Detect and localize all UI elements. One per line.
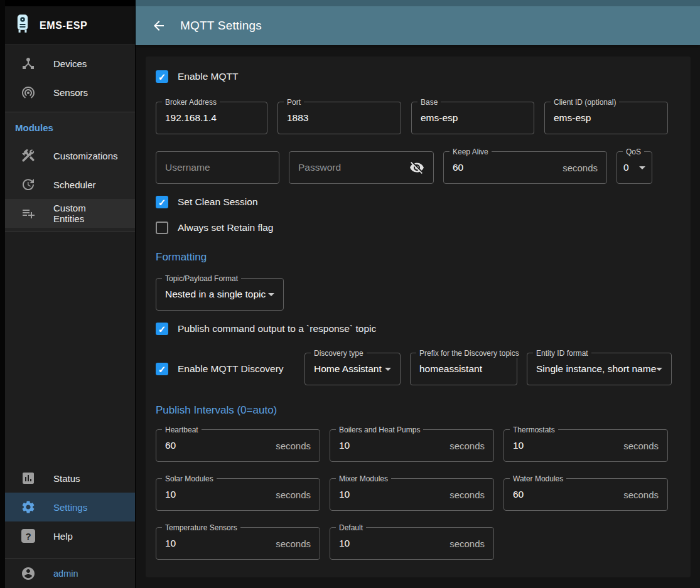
sidebar-item-status[interactable]: Status <box>5 464 135 493</box>
field-unit: seconds <box>618 489 659 500</box>
enable-mqtt-checkbox[interactable]: ✓ Enable MQTT <box>156 70 681 83</box>
field-value: 60 <box>165 440 176 451</box>
field-label: Default <box>336 523 366 532</box>
checkbox-label: Publish command output to a `response` t… <box>178 323 376 334</box>
mqtt-settings-panel: ✓ Enable MQTT Broker Address 192.168.1.4… <box>146 56 691 577</box>
enable-discovery-checkbox[interactable]: ✓ Enable MQTT Discovery <box>156 363 295 375</box>
page-title: MQTT Settings <box>180 19 262 33</box>
discovery-prefix-field[interactable]: Prefix for the Discovery topics homeassi… <box>410 353 517 385</box>
sidebar-item-scheduler[interactable]: Scheduler <box>5 170 135 199</box>
content-area: ✓ Enable MQTT Broker Address 192.168.1.4… <box>136 45 700 588</box>
client-id-field[interactable]: Client ID (optional) ems-esp <box>544 102 668 134</box>
field-unit: seconds <box>557 163 598 173</box>
username-field[interactable] <box>156 151 279 184</box>
sidebar: EMS-ESP Devices Sensors Modules <box>5 0 136 588</box>
boilers-interval-field[interactable]: Boilers and Heat Pumps 10 seconds <box>330 429 494 462</box>
sidebar-item-label: Sensors <box>53 87 88 98</box>
chevron-down-icon <box>385 368 391 371</box>
heartbeat-interval-field[interactable]: Heartbeat 60 seconds <box>156 429 320 462</box>
checkbox-label: Set Clean Session <box>178 196 258 208</box>
field-label: Port <box>284 98 304 107</box>
app-title: EMS-ESP <box>40 20 87 31</box>
field-value: 10 <box>339 538 350 549</box>
broker-address-field[interactable]: Broker Address 192.168.1.4 <box>156 102 267 134</box>
port-field[interactable]: Port 1883 <box>277 102 401 134</box>
left-edge <box>0 0 5 588</box>
retain-flag-checkbox[interactable]: Always set Retain flag <box>156 222 681 234</box>
publish-response-checkbox[interactable]: ✓ Publish command output to a `response`… <box>156 323 681 335</box>
entity-id-format-select[interactable]: Entity ID format Single instance, short … <box>527 353 672 385</box>
qos-select[interactable]: QoS 0 <box>617 151 652 184</box>
field-label: Entity ID format <box>533 349 591 358</box>
username-input[interactable] <box>165 162 270 173</box>
checkbox-checked-icon: ✓ <box>156 70 168 83</box>
water-interval-field[interactable]: Water Modules 60 seconds <box>503 478 668 511</box>
field-label: Thermostats <box>510 425 558 434</box>
sensors-icon <box>21 85 36 100</box>
sidebar-nav-top: Devices Sensors <box>5 45 135 112</box>
visibility-off-icon[interactable] <box>409 160 424 175</box>
construction-icon <box>21 148 36 163</box>
password-field[interactable] <box>289 151 434 184</box>
field-label: Heartbeat <box>162 425 202 434</box>
field-value: ems-esp <box>554 112 591 124</box>
solar-interval-field[interactable]: Solar Modules 10 seconds <box>156 478 320 511</box>
topic-format-select[interactable]: Topic/Payload Format Nested in a single … <box>156 278 284 311</box>
sidebar-item-customizations[interactable]: Customizations <box>5 141 135 170</box>
sidebar-item-settings[interactable]: Settings <box>5 493 135 521</box>
field-unit: seconds <box>618 441 659 451</box>
field-value: homeassistant <box>419 363 482 375</box>
field-value: 60 <box>453 162 463 173</box>
sidebar-item-sensors[interactable]: Sensors <box>5 78 135 107</box>
field-label: Boilers and Heat Pumps <box>336 425 423 434</box>
keep-alive-field[interactable]: Keep Alive 60 seconds <box>443 151 607 184</box>
device-hub-icon <box>21 56 36 71</box>
clean-session-checkbox[interactable]: ✓ Set Clean Session <box>156 196 681 208</box>
mixer-interval-field[interactable]: Mixer Modules 10 seconds <box>330 478 494 511</box>
field-value: ems-esp <box>421 112 458 124</box>
user-name: admin <box>53 569 78 579</box>
field-label: QoS <box>623 147 644 156</box>
app-logo-row: EMS-ESP <box>5 0 135 45</box>
base-field[interactable]: Base ems-esp <box>411 102 534 134</box>
sidebar-item-label: Status <box>53 473 80 484</box>
app-root: EMS-ESP Devices Sensors Modules <box>0 0 700 588</box>
sidebar-item-label: Custom Entities <box>53 203 119 224</box>
field-label: Broker Address <box>162 98 220 107</box>
field-value: Home Assistant <box>314 363 382 375</box>
field-label: Temperature Sensors <box>162 523 240 532</box>
checkbox-label: Always set Retain flag <box>178 222 274 233</box>
boiler-logo-icon <box>14 14 31 37</box>
field-label: Prefix for the Discovery topics <box>416 349 522 358</box>
field-value: 60 <box>513 489 524 500</box>
field-value: Nested in a single topic <box>165 289 266 300</box>
checkbox-label: Enable MQTT Discovery <box>178 363 284 375</box>
checkbox-checked-icon: ✓ <box>156 363 168 375</box>
chevron-down-icon <box>656 368 662 371</box>
field-value: 10 <box>165 538 176 549</box>
app-header: MQTT Settings <box>136 0 700 45</box>
field-unit: seconds <box>271 538 311 549</box>
field-label: Mixer Modules <box>336 474 391 483</box>
sidebar-item-devices[interactable]: Devices <box>5 49 135 78</box>
field-value: 10 <box>339 489 350 500</box>
password-input[interactable] <box>298 162 409 173</box>
gear-icon <box>21 500 36 515</box>
publish-intervals-heading: Publish Intervals (0=auto) <box>156 402 681 419</box>
checkbox-checked-icon: ✓ <box>156 323 168 335</box>
account-circle-icon <box>21 566 36 581</box>
user-menu[interactable]: admin <box>5 558 135 588</box>
field-unit: seconds <box>444 441 485 451</box>
thermostats-interval-field[interactable]: Thermostats 10 seconds <box>503 429 668 462</box>
checkbox-label: Enable MQTT <box>178 71 238 82</box>
field-value: Single instance, short name <box>536 363 656 375</box>
field-value: 10 <box>513 440 524 451</box>
scheduler-clock-icon <box>21 177 36 192</box>
temperature-sensors-interval-field[interactable]: Temperature Sensors 10 seconds <box>156 527 320 560</box>
discovery-type-select[interactable]: Discovery type Home Assistant <box>304 353 401 385</box>
sidebar-item-help[interactable]: ? Help <box>5 521 135 550</box>
back-arrow-button[interactable] <box>151 18 166 33</box>
sidebar-item-custom-entities[interactable]: Custom Entities <box>5 199 135 228</box>
default-interval-field[interactable]: Default 10 seconds <box>330 527 494 560</box>
formatting-heading: Formatting <box>156 249 681 265</box>
